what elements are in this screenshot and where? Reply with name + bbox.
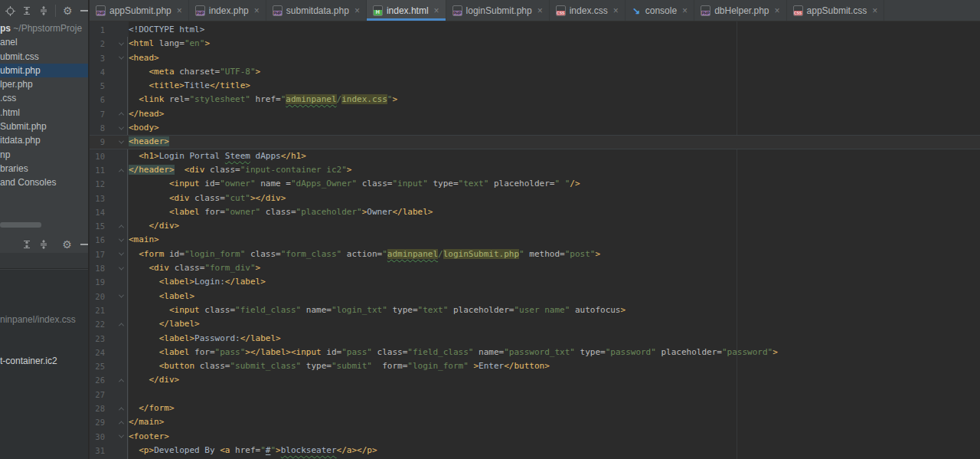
close-icon[interactable]: × bbox=[682, 5, 688, 16]
tree-item[interactable]: itdata.php bbox=[0, 133, 89, 147]
code-line[interactable]: 27 bbox=[90, 388, 980, 402]
fold-icon[interactable] bbox=[105, 248, 129, 261]
close-icon[interactable]: × bbox=[613, 5, 619, 16]
line-number: 25 bbox=[90, 359, 105, 373]
code-line[interactable]: 24 <label for="pass"></label><input id="… bbox=[90, 346, 980, 359]
code-line[interactable]: 6 <link rel="stylesheet" href="adminpane… bbox=[90, 93, 980, 107]
code-line[interactable]: 18 <div class="form_div"> bbox=[90, 261, 980, 275]
tree-item[interactable]: lper.php bbox=[0, 77, 89, 91]
code-line[interactable]: 25 <button class="submit_class" type="su… bbox=[90, 359, 980, 373]
close-icon[interactable]: × bbox=[254, 5, 260, 16]
tab-index.html[interactable]: Hindex.html× bbox=[367, 0, 446, 21]
fold-icon[interactable] bbox=[105, 290, 129, 303]
code-line[interactable]: 8<body> bbox=[90, 121, 980, 135]
tab-index.css[interactable]: CSSindex.css× bbox=[550, 0, 626, 21]
tree-item[interactable]: anel bbox=[0, 35, 89, 49]
tree-item[interactable]: and Consoles bbox=[0, 175, 89, 189]
code-line[interactable]: 11</header> <div class="input-container … bbox=[90, 163, 980, 177]
locate-file-icon[interactable] bbox=[5, 5, 15, 16]
fold-icon[interactable] bbox=[105, 402, 129, 415]
code-line[interactable]: 21 <input class="field_class" name="logi… bbox=[90, 303, 980, 317]
code-line[interactable]: 26 </div> bbox=[90, 373, 980, 387]
structure-row[interactable]: t-container.ic2 bbox=[0, 354, 89, 368]
code-text: <label for="owner" class="placeholder">O… bbox=[129, 205, 433, 219]
collapse-all-icon[interactable] bbox=[39, 5, 49, 16]
code-line[interactable]: 4 <meta charset="UTF-8"> bbox=[90, 65, 980, 79]
code-line[interactable]: 3<head> bbox=[90, 51, 980, 65]
code-line[interactable]: 12 <input id="owner" name ="dApps_Owner"… bbox=[90, 177, 980, 191]
code-line[interactable]: 9<header> bbox=[90, 135, 980, 149]
close-icon[interactable]: × bbox=[434, 5, 439, 16]
fold-icon[interactable] bbox=[105, 37, 129, 51]
tree-item[interactable]: np bbox=[0, 148, 89, 162]
tab-submitdata.php[interactable]: PHPsubmitdata.php× bbox=[266, 0, 367, 21]
code-line[interactable]: 28 </form> bbox=[90, 402, 980, 415]
code-line[interactable]: 19 <label>Login:</label> bbox=[90, 275, 980, 289]
fold-icon[interactable] bbox=[105, 317, 129, 331]
fold-icon[interactable] bbox=[105, 135, 129, 149]
fold-icon[interactable] bbox=[105, 163, 129, 177]
fold-icon[interactable] bbox=[105, 219, 129, 233]
close-icon[interactable]: × bbox=[872, 5, 877, 16]
code-text: </form> bbox=[129, 402, 175, 415]
hide-panel-icon[interactable] bbox=[79, 5, 89, 16]
tab-loginSubmit.php[interactable]: PHPloginSubmit.php× bbox=[446, 0, 550, 21]
close-icon[interactable]: × bbox=[537, 5, 543, 16]
project-panel: ⚙ ps ~/PhpstormProjeanelubmit.cssubmit.p… bbox=[0, 0, 89, 459]
fold-icon[interactable] bbox=[105, 373, 129, 387]
code-line[interactable]: 7</head> bbox=[90, 107, 980, 121]
hscrollbar-thumb[interactable] bbox=[0, 222, 41, 228]
close-icon[interactable]: × bbox=[177, 5, 182, 16]
expand-all-icon[interactable] bbox=[22, 5, 32, 16]
code-text: <!DOCTYPE html> bbox=[129, 23, 204, 37]
fold-icon[interactable] bbox=[105, 107, 129, 121]
tree-item[interactable]: Submit.php bbox=[0, 120, 89, 133]
collapse-all-icon[interactable] bbox=[38, 239, 48, 250]
tree-item[interactable]: ubmit.php bbox=[0, 64, 89, 77]
fold-gutter bbox=[105, 177, 129, 191]
tree-item[interactable]: ps ~/PhpstormProje bbox=[0, 21, 89, 35]
gear-icon[interactable]: ⚙ bbox=[62, 239, 72, 250]
code-line[interactable]: 30<footer> bbox=[90, 430, 980, 444]
code-editor[interactable]: 1<!DOCTYPE html>2<html lang="en">3<head>… bbox=[90, 21, 980, 459]
code-line[interactable]: 20 <label> bbox=[90, 290, 980, 303]
fold-icon[interactable] bbox=[105, 121, 129, 135]
code-line[interactable]: 17 <form id="login_form" class="form_cla… bbox=[90, 248, 980, 261]
fold-icon[interactable] bbox=[105, 430, 129, 444]
code-line[interactable]: 5 <title>Title</title> bbox=[90, 79, 980, 93]
line-number: 11 bbox=[90, 163, 105, 177]
code-line[interactable]: 10 <h1>Login Portal Steem dApps</h1> bbox=[90, 149, 980, 163]
fold-icon[interactable] bbox=[105, 415, 129, 429]
code-line[interactable]: 1<!DOCTYPE html> bbox=[90, 23, 980, 37]
gear-icon[interactable]: ⚙ bbox=[63, 5, 73, 16]
hide-panel-icon[interactable] bbox=[79, 239, 89, 250]
tab-index.php[interactable]: PHPindex.php× bbox=[189, 0, 266, 21]
tree-item[interactable]: braries bbox=[0, 162, 89, 175]
tree-item[interactable]: ubmit.css bbox=[0, 50, 89, 64]
tab-dbHelper.php[interactable]: PHPdbHelper.php× bbox=[694, 0, 786, 21]
expand-all-icon[interactable] bbox=[21, 239, 31, 250]
line-number: 6 bbox=[90, 93, 105, 107]
code-line[interactable]: 16<main> bbox=[90, 233, 980, 247]
tab-console[interactable]: ↘console× bbox=[626, 0, 694, 21]
close-icon[interactable]: × bbox=[775, 5, 780, 16]
code-line[interactable]: 29</main> bbox=[90, 415, 980, 429]
fold-icon[interactable] bbox=[105, 51, 129, 65]
tab-appSubmit.php[interactable]: PHPappSubmit.php× bbox=[90, 0, 189, 21]
tab-appSubmit.css[interactable]: CSSappSubmit.css× bbox=[787, 0, 885, 21]
tab-label: dbHelper.php bbox=[714, 5, 769, 16]
fold-icon[interactable] bbox=[105, 233, 129, 247]
code-line[interactable]: 15 </div> bbox=[90, 219, 980, 233]
tree-item[interactable]: .html bbox=[0, 106, 89, 120]
tree-item[interactable]: .css bbox=[0, 91, 89, 105]
code-line[interactable]: 31 <p>Developed By <a href="#">blockseat… bbox=[90, 444, 980, 457]
structure-row[interactable]: ninpanel/index.css bbox=[0, 313, 89, 326]
code-line[interactable]: 23 <label>Password:</label> bbox=[90, 332, 980, 346]
code-text: <button class="submit_class" type="submi… bbox=[129, 359, 550, 373]
fold-icon[interactable] bbox=[105, 261, 129, 275]
code-line[interactable]: 13 <div class="cut"></div> bbox=[90, 192, 980, 205]
close-icon[interactable]: × bbox=[354, 5, 360, 16]
code-line[interactable]: 2<html lang="en"> bbox=[90, 37, 980, 51]
code-line[interactable]: 14 <label for="owner" class="placeholder… bbox=[90, 205, 980, 219]
code-line[interactable]: 22 </label> bbox=[90, 317, 980, 331]
